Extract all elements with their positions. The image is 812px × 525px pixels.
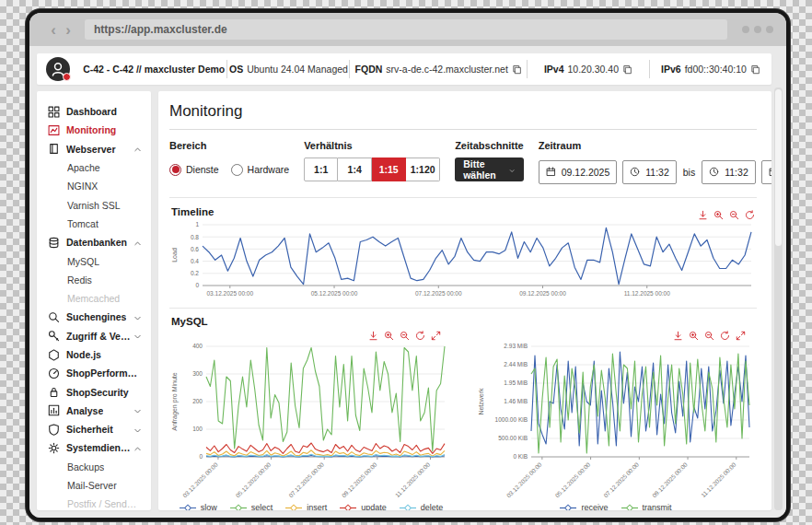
sidebar-item-webserver[interactable]: Webserver	[37, 140, 151, 158]
calendar-icon	[546, 167, 556, 177]
sidebar-item-mail-server[interactable]: Mail-Server	[37, 476, 151, 495]
refresh-icon[interactable]	[415, 328, 425, 338]
bis-label: bis	[683, 167, 695, 178]
legend-receive[interactable]: receive	[559, 503, 608, 510]
zoom-out-icon[interactable]	[704, 328, 714, 338]
svg-text:Anfragen pro Minute: Anfragen pro Minute	[171, 372, 179, 431]
notification-dot	[63, 73, 71, 81]
legend-select[interactable]: select	[229, 503, 273, 510]
chevron-down-icon	[133, 406, 142, 414]
chevron-up-icon	[133, 145, 142, 153]
sidebar-item-apache[interactable]: Apache	[37, 158, 151, 177]
main-panel: Monitoring Bereich DiensteHardware Verhä…	[158, 91, 771, 510]
sidebar-item-datenbanken[interactable]: Datenbanken	[37, 233, 151, 251]
ratio-button-1-4[interactable]: 1:4	[338, 158, 372, 181]
sidebar-item-dashboard[interactable]: Dashboard	[37, 102, 151, 121]
shield-icon	[48, 424, 60, 436]
zoom-out-icon[interactable]	[729, 207, 739, 217]
svg-text:03.12.2025 00:00: 03.12.2025 00:00	[505, 461, 543, 498]
sidebar-item-memcached[interactable]: Memcached	[37, 289, 151, 308]
svg-text:0 KiB: 0 KiB	[513, 453, 528, 460]
analytics-icon	[48, 404, 60, 416]
bereich-label: Bereich	[169, 140, 289, 151]
time-from-field[interactable]: 11:32	[622, 160, 677, 184]
sidebar-item-varnish-ssl[interactable]: Varnish SSL	[37, 195, 151, 214]
legend-delete[interactable]: delete	[399, 503, 444, 510]
sidebar-item-node-js[interactable]: Node.js	[37, 345, 151, 364]
radio-dienste[interactable]: Dienste	[169, 164, 219, 176]
mysql-network-toolbar	[474, 328, 757, 338]
server-info-ipv4: IPv410.20.30.40	[528, 53, 649, 85]
webserver-icon	[48, 143, 60, 155]
ratio-button-1-15[interactable]: 1:15	[372, 158, 406, 181]
date-from-field[interactable]: 09.12.2025	[539, 160, 618, 184]
browser-forward-button[interactable]: ›	[61, 22, 75, 38]
legend-insert[interactable]: insert	[284, 503, 327, 510]
svg-text:Load: Load	[171, 248, 178, 262]
sidebar-item-sicherheit[interactable]: Sicherheit	[37, 420, 151, 438]
legend-update[interactable]: update	[339, 503, 387, 510]
copy-icon[interactable]	[512, 64, 522, 75]
sidebar-item-systemdienste[interactable]: Systemdienste	[37, 438, 151, 457]
sidebar-item-backups[interactable]: Backups	[37, 458, 151, 476]
verhaeltnis-label: Verhältnis	[304, 140, 440, 151]
mysql-queries-legend: slowselectinsertupdatedelete	[169, 503, 452, 510]
sidebar-item-shopsecurity[interactable]: ShopSecurity	[37, 382, 151, 401]
timeline-section: Timeline 00.20.40.60.8103.12.2025 00:000…	[169, 198, 757, 301]
refresh-icon[interactable]	[745, 207, 755, 217]
download-icon[interactable]	[368, 328, 378, 338]
browser-menu-icon[interactable]	[742, 26, 773, 33]
sidebar-item-postfix-sendmail[interactable]: Postfix / Sendmail	[37, 495, 151, 510]
sidebar-item-analyse[interactable]: Analyse	[37, 402, 151, 420]
zeitabschnitte-dropdown[interactable]: Bitte wählen	[455, 158, 524, 181]
copy-icon[interactable]	[622, 64, 632, 75]
refresh-icon[interactable]	[720, 328, 730, 338]
sidebar-item-monitoring[interactable]: Monitoring	[37, 121, 151, 139]
svg-text:07.12.2025 00:00: 07.12.2025 00:00	[287, 461, 325, 498]
zoom-in-icon[interactable]	[689, 328, 699, 338]
download-icon[interactable]	[698, 207, 708, 217]
sidebar-item-shopperformance[interactable]: ShopPerformance	[37, 364, 151, 382]
ratio-button-group: 1:11:41:151:120	[304, 158, 440, 181]
address-bar[interactable]: https://app.maxcluster.de	[85, 19, 727, 40]
time-to-field[interactable]: 11:32	[702, 160, 756, 184]
ratio-button-1-1[interactable]: 1:1	[304, 158, 338, 181]
zoom-out-icon[interactable]	[400, 328, 410, 338]
browser-back-button[interactable]: ‹	[46, 22, 61, 38]
copy-icon[interactable]	[750, 64, 760, 75]
sidebar-item-suchengines[interactable]: Suchengines	[37, 308, 151, 326]
sidebar-item-nginx[interactable]: NGINX	[37, 177, 151, 195]
server-info-bar: C-42 - C-42 // maxcluster DemoOSUbuntu 2…	[37, 53, 771, 85]
download-icon[interactable]	[673, 328, 683, 338]
sidebar-item-redis[interactable]: Redis	[37, 271, 151, 289]
sidebar-item-zugriff-verwaltung[interactable]: Zugriff & Verwaltung	[37, 327, 151, 345]
sidebar-item-tomcat[interactable]: Tomcat	[37, 215, 151, 233]
zoom-in-icon[interactable]	[713, 207, 724, 217]
svg-text:1000.00 KiB: 1000.00 KiB	[495, 416, 528, 423]
mysql-queries-toolbar	[169, 328, 452, 338]
svg-text:09.12.2025 00:00: 09.12.2025 00:00	[519, 290, 566, 297]
expand-icon[interactable]	[431, 328, 441, 338]
user-avatar[interactable]	[46, 57, 70, 81]
svg-text:200: 200	[192, 398, 203, 404]
server-info-ipv6: IPv6fd00::30:40:10	[650, 53, 771, 85]
zoom-in-icon[interactable]	[384, 328, 394, 338]
svg-text:0.2: 0.2	[191, 270, 199, 276]
svg-text:400: 400	[192, 343, 203, 349]
svg-text:0: 0	[199, 453, 203, 460]
scrollbar-thumb[interactable]	[775, 89, 782, 246]
legend-slow[interactable]: slow	[179, 503, 217, 510]
svg-text:05.12.2025 00:00: 05.12.2025 00:00	[235, 461, 273, 498]
svg-text:100: 100	[192, 426, 203, 432]
svg-text:0.6: 0.6	[191, 246, 199, 252]
chevron-up-icon	[133, 239, 142, 247]
legend-transmit[interactable]: transmit	[621, 503, 672, 510]
date-to-field[interactable]: 12.12.2025	[761, 160, 771, 184]
mysql-queries-chart: 010020030040003.12.2025 00:0005.12.2025 …	[169, 339, 452, 503]
ratio-button-1-120[interactable]: 1:120	[406, 158, 440, 181]
expand-icon[interactable]	[736, 328, 746, 338]
mysql-title: MySQL	[171, 316, 208, 327]
sidebar-item-mysql[interactable]: MySQL	[37, 251, 151, 270]
radio-hardware[interactable]: Hardware	[231, 164, 290, 176]
svg-text:300: 300	[192, 370, 203, 377]
